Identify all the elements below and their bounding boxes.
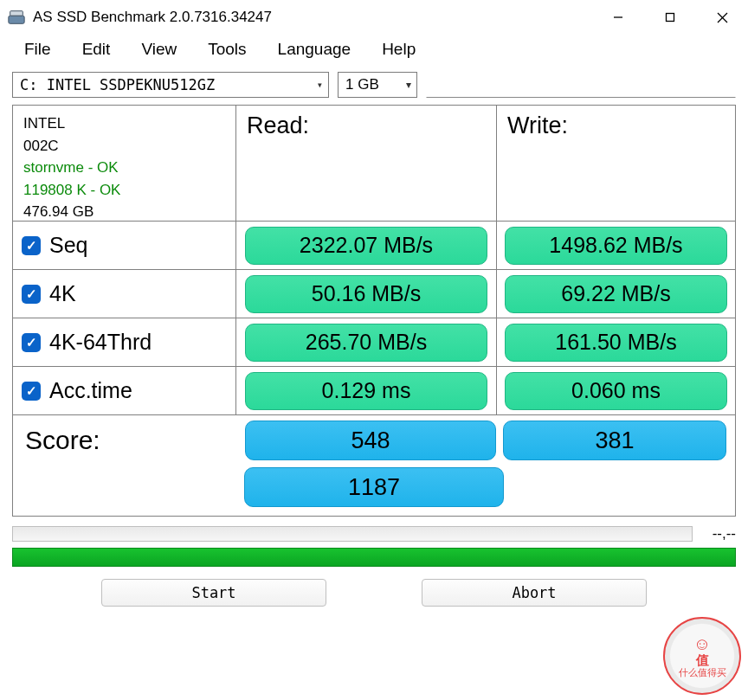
fourk64-read-cell: 265.70 MB/s (236, 318, 497, 367)
fourk-checkbox[interactable]: ✓ (22, 285, 41, 304)
progress-row: --,-- (12, 525, 736, 543)
fourk-read-cell: 50.16 MB/s (236, 270, 497, 318)
menu-edit[interactable]: Edit (82, 40, 111, 59)
fourk-write-value: 69.22 MB/s (505, 275, 726, 313)
menu-bar: File Edit View Tools Language Help (0, 35, 748, 68)
fourk64-label: 4K-64Thrd (49, 330, 152, 355)
menu-tools[interactable]: Tools (208, 40, 246, 59)
window-title: AS SSD Benchmark 2.0.7316.34247 (33, 9, 592, 26)
score-write-value: 381 (503, 421, 726, 460)
button-row: Start Abort (12, 579, 736, 607)
write-header-cell: Write: (497, 106, 735, 222)
watermark-sub: 值 (696, 653, 709, 668)
progress-bar (12, 526, 693, 542)
abort-button-label: Abort (512, 584, 556, 601)
test-4k-label-cell: ✓ 4K (13, 270, 236, 318)
device-firmware: 002C (23, 135, 120, 157)
size-select[interactable]: 1 GB ▾ (338, 72, 417, 98)
fourk64-write-value: 161.50 MB/s (505, 324, 726, 362)
write-header: Write: (507, 112, 568, 139)
seq-label: Seq (49, 233, 87, 258)
acc-read-cell: 0.129 ms (236, 367, 497, 415)
menu-help[interactable]: Help (382, 40, 416, 59)
menu-file[interactable]: File (24, 40, 51, 59)
maximize-button[interactable] (644, 0, 696, 35)
fourk-read-value: 50.16 MB/s (245, 275, 487, 313)
svg-rect-1 (10, 11, 23, 16)
score-label: Score: (22, 426, 245, 455)
device-driver-status: stornvme - OK (23, 157, 120, 179)
menu-view[interactable]: View (141, 40, 177, 59)
acc-write-cell: 0.060 ms (497, 367, 735, 415)
score-block: Score: 548 381 1187 (13, 415, 735, 517)
start-button-label: Start (191, 584, 235, 601)
seq-checkbox[interactable]: ✓ (22, 236, 41, 255)
watermark-text: 什么值得买 (679, 667, 726, 678)
size-select-value: 1 GB (345, 76, 379, 93)
overall-progress-bar (12, 548, 736, 567)
chevron-down-icon: ▾ (406, 79, 411, 91)
window-controls (592, 0, 748, 35)
acc-label: Acc.time (49, 378, 132, 403)
close-button[interactable] (696, 0, 748, 35)
fourk64-read-value: 265.70 MB/s (245, 324, 487, 362)
fourk-label: 4K (49, 281, 76, 306)
fourk64-checkbox[interactable]: ✓ (22, 333, 41, 352)
smile-icon: ☺ (693, 634, 711, 653)
seq-write-cell: 1498.62 MB/s (497, 222, 735, 270)
seq-read-value: 2322.07 MB/s (245, 227, 487, 265)
selector-row: C: INTEL SSDPEKNU512GZ ▾ 1 GB ▾ (0, 68, 748, 105)
seq-write-value: 1498.62 MB/s (505, 227, 726, 265)
app-icon (7, 8, 26, 27)
seq-read-cell: 2322.07 MB/s (236, 222, 497, 270)
device-info-cell: INTEL 002C stornvme - OK 119808 K - OK 4… (13, 106, 236, 222)
start-button[interactable]: Start (101, 579, 326, 607)
device-capacity: 476.94 GB (23, 201, 120, 223)
minimize-button[interactable] (592, 0, 644, 35)
svg-rect-3 (667, 14, 674, 22)
acc-read-value: 0.129 ms (245, 372, 487, 410)
acc-write-value: 0.060 ms (505, 372, 726, 410)
score-read-value: 548 (245, 421, 496, 460)
progress-percent: --,-- (701, 525, 736, 543)
device-alignment-status: 119808 K - OK (23, 179, 120, 202)
abort-button[interactable]: Abort (422, 579, 647, 607)
chevron-down-icon: ▾ (317, 79, 323, 91)
svg-rect-0 (9, 16, 24, 23)
read-header-cell: Read: (236, 106, 497, 222)
watermark-badge: ☺ 值 什么值得买 (663, 617, 741, 695)
filter-input[interactable] (426, 72, 736, 98)
read-header: Read: (247, 112, 309, 139)
menu-language[interactable]: Language (278, 40, 351, 59)
results-grid: INTEL 002C stornvme - OK 119808 K - OK 4… (12, 105, 736, 517)
score-total-value: 1187 (244, 467, 504, 507)
test-seq-label-cell: ✓ Seq (13, 222, 236, 270)
test-4k64-label-cell: ✓ 4K-64Thrd (13, 318, 236, 367)
test-acc-label-cell: ✓ Acc.time (13, 367, 236, 415)
fourk64-write-cell: 161.50 MB/s (497, 318, 735, 367)
drive-select[interactable]: C: INTEL SSDPEKNU512GZ ▾ (12, 72, 329, 98)
drive-select-value: C: INTEL SSDPEKNU512GZ (20, 76, 215, 93)
acc-checkbox[interactable]: ✓ (22, 382, 41, 401)
device-model: INTEL (23, 112, 120, 135)
title-bar: AS SSD Benchmark 2.0.7316.34247 (0, 0, 748, 35)
fourk-write-cell: 69.22 MB/s (497, 270, 735, 318)
